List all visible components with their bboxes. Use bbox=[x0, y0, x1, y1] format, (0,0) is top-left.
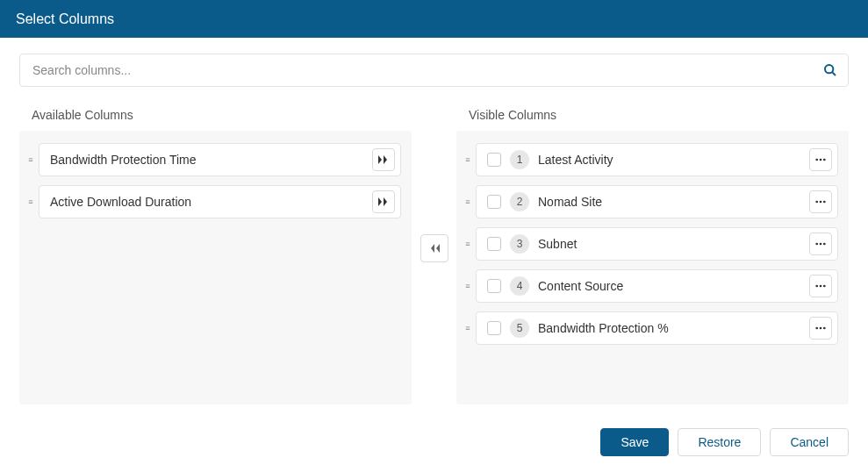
svg-point-2 bbox=[815, 159, 818, 161]
checkbox[interactable] bbox=[487, 237, 501, 251]
svg-point-11 bbox=[815, 285, 818, 288]
more-options-icon[interactable] bbox=[809, 275, 832, 297]
svg-point-10 bbox=[823, 243, 826, 246]
save-button[interactable]: Save bbox=[600, 428, 669, 456]
list-item: ≡ Active Download Duration bbox=[25, 185, 401, 218]
more-options-icon[interactable] bbox=[809, 317, 832, 340]
svg-point-7 bbox=[823, 201, 826, 204]
svg-point-12 bbox=[820, 285, 822, 288]
available-list: ≡ Bandwidth Protection Time ≡ bbox=[19, 131, 412, 404]
order-badge: 3 bbox=[510, 234, 529, 254]
move-right-icon[interactable] bbox=[372, 190, 395, 213]
svg-point-16 bbox=[823, 327, 826, 330]
item-label: Subnet bbox=[538, 237, 806, 251]
svg-point-8 bbox=[815, 243, 818, 246]
svg-line-1 bbox=[832, 72, 836, 75]
svg-point-15 bbox=[820, 327, 822, 330]
drag-handle-icon[interactable]: ≡ bbox=[25, 158, 37, 161]
svg-point-9 bbox=[820, 243, 822, 246]
visible-item-card[interactable]: 4 Content Source bbox=[476, 269, 838, 303]
order-badge: 2 bbox=[510, 192, 529, 211]
list-item: ≡ 5 Bandwidth Protection % bbox=[462, 311, 838, 345]
item-label: Bandwidth Protection % bbox=[538, 321, 806, 335]
list-item: ≡ Bandwidth Protection Time bbox=[25, 143, 401, 176]
order-badge: 4 bbox=[510, 276, 529, 296]
more-options-icon[interactable] bbox=[809, 148, 832, 171]
visible-title: Visible Columns bbox=[469, 108, 849, 122]
svg-point-13 bbox=[823, 285, 826, 288]
svg-point-14 bbox=[815, 327, 818, 330]
list-item: ≡ 2 Nomad Site bbox=[462, 185, 838, 218]
item-label: Content Source bbox=[538, 279, 806, 293]
visible-panel: Visible Columns ≡ 1 Latest Activity bbox=[456, 103, 849, 404]
item-label: Bandwidth Protection Time bbox=[50, 153, 369, 167]
center-controls bbox=[412, 103, 456, 262]
drag-handle-icon[interactable]: ≡ bbox=[462, 158, 474, 161]
cancel-button[interactable]: Cancel bbox=[770, 428, 849, 456]
more-options-icon[interactable] bbox=[809, 232, 832, 255]
search-input[interactable] bbox=[19, 54, 849, 87]
drag-handle-icon[interactable]: ≡ bbox=[462, 326, 474, 330]
visible-item-card[interactable]: 5 Bandwidth Protection % bbox=[476, 311, 838, 345]
drag-handle-icon[interactable]: ≡ bbox=[462, 284, 474, 288]
search-row bbox=[19, 54, 849, 87]
svg-point-3 bbox=[820, 159, 822, 161]
item-label: Nomad Site bbox=[538, 195, 806, 209]
visible-item-card[interactable]: 2 Nomad Site bbox=[476, 185, 838, 218]
visible-item-card[interactable]: 1 Latest Activity bbox=[476, 143, 838, 176]
checkbox[interactable] bbox=[487, 153, 501, 167]
move-right-icon[interactable] bbox=[372, 148, 395, 171]
drag-handle-icon[interactable]: ≡ bbox=[25, 200, 37, 204]
checkbox[interactable] bbox=[487, 195, 501, 209]
visible-item-card[interactable]: 3 Subnet bbox=[476, 227, 838, 261]
item-label: Active Download Duration bbox=[50, 195, 369, 209]
available-item-card[interactable]: Bandwidth Protection Time bbox=[39, 143, 401, 176]
visible-list: ≡ 1 Latest Activity ≡ bbox=[456, 131, 849, 404]
svg-point-4 bbox=[823, 159, 826, 161]
more-options-icon[interactable] bbox=[809, 190, 832, 213]
order-badge: 1 bbox=[510, 150, 529, 169]
list-item: ≡ 3 Subnet bbox=[462, 227, 838, 261]
restore-button[interactable]: Restore bbox=[678, 428, 761, 456]
list-item: ≡ 1 Latest Activity bbox=[462, 143, 838, 176]
dialog-title: Select Columns bbox=[16, 11, 114, 27]
available-title: Available Columns bbox=[32, 108, 412, 122]
search-icon[interactable] bbox=[817, 57, 843, 83]
drag-handle-icon[interactable]: ≡ bbox=[462, 242, 474, 246]
svg-point-5 bbox=[815, 201, 818, 204]
svg-point-0 bbox=[825, 65, 833, 73]
footer-actions: Save Restore Cancel bbox=[600, 428, 849, 456]
dialog-header: Select Columns bbox=[0, 0, 868, 38]
checkbox[interactable] bbox=[487, 321, 501, 335]
checkbox[interactable] bbox=[487, 279, 501, 293]
svg-point-6 bbox=[820, 201, 822, 204]
available-panel: Available Columns ≡ Bandwidth Protection… bbox=[19, 103, 412, 404]
item-label: Latest Activity bbox=[538, 153, 806, 167]
available-item-card[interactable]: Active Download Duration bbox=[39, 185, 401, 218]
drag-handle-icon[interactable]: ≡ bbox=[462, 200, 474, 204]
move-all-left-icon[interactable] bbox=[420, 234, 448, 262]
order-badge: 5 bbox=[510, 318, 529, 338]
list-item: ≡ 4 Content Source bbox=[462, 269, 838, 303]
